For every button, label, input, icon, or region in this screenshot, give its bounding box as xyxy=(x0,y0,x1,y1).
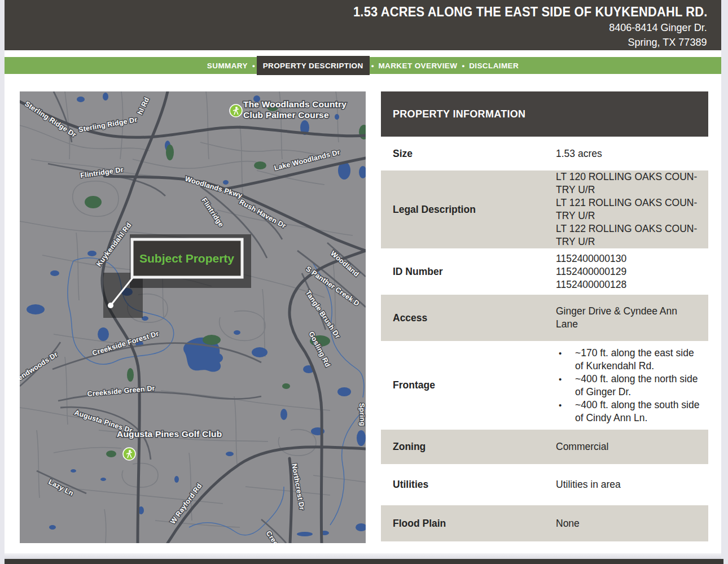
map-canvas: Sterling Ridge DrSterling Ridge Drhl RdL… xyxy=(20,91,366,543)
table-header: PROPERTY INFORMATION xyxy=(381,91,708,137)
row-label: Zoning xyxy=(381,430,556,464)
flyer-page: 1.53 ACRES ALONG THE EAST SIDE OF KUYKEN… xyxy=(5,0,721,553)
table-row-legal-description: Legal DescriptionLT 120 ROLLING OAKS COU… xyxy=(381,170,708,248)
table-row-access: AccessGinger Drive & Cyndee AnnLane xyxy=(381,295,708,341)
row-label: Flood Plain xyxy=(381,505,556,541)
row-value: ~170 ft. along the east side of Kurkenda… xyxy=(556,343,708,428)
map-poi-label: Augusta Pines Golf Club xyxy=(117,429,222,439)
row-value: LT 120 ROLLING OAKS COUN-TRY U/RLT 121 R… xyxy=(556,170,708,248)
row-label: ID Number xyxy=(381,250,556,293)
row-label: Access xyxy=(381,295,556,341)
table-row-id-number: ID Number1152400000130115240000012911524… xyxy=(381,250,708,293)
nav-item-property-description[interactable]: PROPERTY DESCRIPTION xyxy=(257,56,370,75)
location-map[interactable]: Sterling Ridge DrSterling Ridge Drhl RdL… xyxy=(20,91,366,543)
nav-separator: • xyxy=(462,62,464,70)
row-value: Ginger Drive & Cyndee AnnLane xyxy=(556,295,708,341)
row-value: 1.53 acres xyxy=(556,138,708,169)
row-value: Utilities in area xyxy=(556,466,708,504)
row-label: Size xyxy=(381,138,556,169)
callout-marker-dot xyxy=(108,303,113,308)
map-street-label: Spring xyxy=(358,403,366,426)
address-line-2: Spring, TX 77389 xyxy=(628,35,707,50)
row-value: Commercial xyxy=(556,430,708,464)
next-page-edge[interactable] xyxy=(5,559,723,564)
row-value: 115240000013011524000001291152400000128 xyxy=(556,250,708,293)
table-row-flood-plain: Flood PlainNone xyxy=(381,505,708,541)
nav-tabs: SUMMARY•PROPERTY DESCRIPTION•MARKET OVER… xyxy=(5,57,721,74)
nav-separator: • xyxy=(252,62,255,70)
frontage-bullet: ~400 ft. along the south side of Cindy A… xyxy=(556,399,703,425)
golf-icon xyxy=(230,104,242,117)
frontage-bullet: ~400 ft. along the north side of Ginger … xyxy=(556,373,703,399)
page-gap xyxy=(5,553,721,559)
map-poi-label: The Woodlands Country xyxy=(243,99,347,109)
property-information-table: PROPERTY INFORMATION Size1.53 acresLegal… xyxy=(381,91,708,543)
row-label: Utilities xyxy=(381,466,556,504)
nav-item-summary[interactable]: SUMMARY xyxy=(207,62,248,70)
nav-item-disclaimer[interactable]: DISCLAIMER xyxy=(469,62,519,70)
address-line-1: 8406-8414 Ginger Dr. xyxy=(609,20,707,35)
page-header: 1.53 ACRES ALONG THE EAST SIDE OF KUYKEN… xyxy=(5,0,721,50)
map-poi-label: Club Palmer Course xyxy=(243,110,329,120)
page-title: 1.53 ACRES ALONG THE EAST SIDE OF KUYKEN… xyxy=(353,4,707,20)
nav-separator: • xyxy=(371,62,374,70)
table-row-frontage: Frontage~170 ft. along the east side of … xyxy=(381,343,708,428)
table-row-zoning: ZoningCommercial xyxy=(381,430,708,464)
golf-icon xyxy=(123,448,135,460)
row-label: Frontage xyxy=(381,343,556,428)
frontage-bullet: ~170 ft. along the east side of Kurkenda… xyxy=(556,347,703,373)
nav-item-market-overview[interactable]: MARKET OVERVIEW xyxy=(378,62,457,70)
table-row-utilities: UtilitiesUtilities in area xyxy=(381,466,708,504)
row-value: None xyxy=(556,505,708,541)
row-label: Legal Description xyxy=(381,170,556,248)
table-row-size: Size1.53 acres xyxy=(381,138,708,169)
property-table-body: Size1.53 acresLegal DescriptionLT 120 RO… xyxy=(381,138,708,541)
subject-property-label: Subject Property xyxy=(139,252,234,265)
